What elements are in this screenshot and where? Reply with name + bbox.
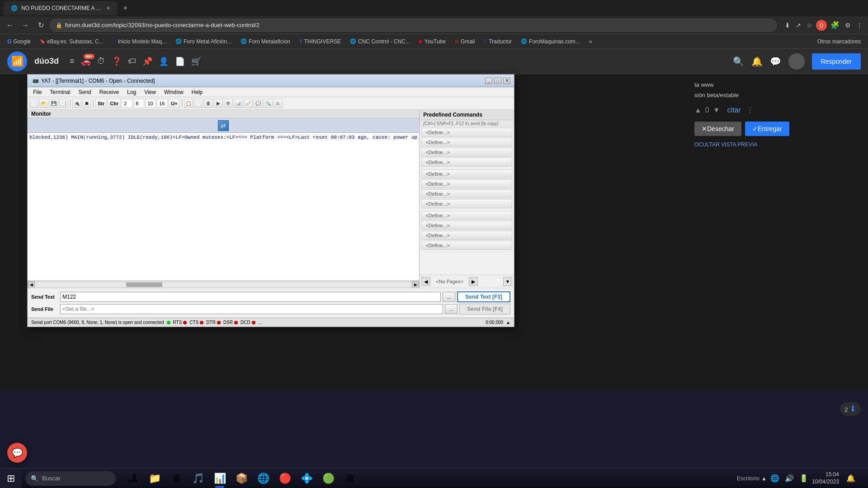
address-bar[interactable]: 🔒 forum.duet3d.com/topic/32093/no-puedo-… xyxy=(50,19,777,32)
status-more-btn[interactable]: ... xyxy=(258,320,262,325)
taskbar-app-green1[interactable]: 🟢 xyxy=(318,469,338,488)
bookmark-google[interactable]: G Google xyxy=(4,38,34,46)
cmd-btn-4[interactable]: <Define...> xyxy=(421,158,512,167)
cmd-btn-12[interactable]: <Define...> xyxy=(421,241,512,250)
tb-more2[interactable]: 📈 xyxy=(244,99,253,108)
bookmark-youtube[interactable]: ▶ YouTube xyxy=(415,38,449,46)
send-text-btn[interactable]: Send Text [F3] xyxy=(457,291,510,302)
forward-btn[interactable]: → xyxy=(19,19,32,32)
bookmark-ebay[interactable]: 🔖 eBay.es: Subastas, C... xyxy=(36,38,107,46)
user-icon[interactable]: 👤 xyxy=(159,56,169,66)
menu-send[interactable]: Send xyxy=(75,88,95,96)
taskbar-app-red2[interactable]: 🔴 xyxy=(275,469,295,488)
cmd-btn-9[interactable]: <Define...> xyxy=(421,211,512,220)
respond-button[interactable]: Responder xyxy=(812,53,861,70)
chevron-up-icon[interactable]: ▲ xyxy=(761,475,767,482)
close-btn[interactable]: ✕ xyxy=(503,78,510,84)
clock-icon[interactable]: ⏱ xyxy=(97,56,105,66)
profile-icon[interactable]: D xyxy=(816,20,827,31)
help-icon[interactable]: ❓ xyxy=(112,56,122,66)
tb-more1[interactable]: 📊 xyxy=(234,99,243,108)
tag-icon[interactable]: 🏷 xyxy=(128,56,136,66)
horizontal-scrollbar[interactable]: ◀ ▶ xyxy=(28,281,419,288)
reload-btn[interactable]: ↻ xyxy=(34,19,47,32)
scroll-right-btn[interactable]: ▶ xyxy=(412,281,419,288)
bookmark-foromaquinas[interactable]: 🌐 ForoMaquinas.com... xyxy=(517,38,584,46)
citar-link[interactable]: citar xyxy=(727,106,741,114)
notification-center-btn[interactable]: 🔔 xyxy=(841,469,861,488)
bookmark-icon[interactable]: ☆ xyxy=(805,20,814,31)
menu-file[interactable]: File xyxy=(29,88,45,96)
taskbar-app-files[interactable]: 🏞 xyxy=(123,469,143,488)
maximize-btn[interactable]: □ xyxy=(494,78,501,84)
tab-close-btn[interactable]: ✕ xyxy=(106,5,110,11)
tb-send[interactable]: ▶ xyxy=(214,99,223,108)
submit-button[interactable]: ✓Entregar xyxy=(745,122,789,136)
cmd-btn-3[interactable]: <Define...> xyxy=(421,148,512,157)
cmd-btn-11[interactable]: <Define...> xyxy=(421,231,512,240)
header-chat-icon[interactable]: 💬 xyxy=(770,56,781,67)
send-text-browse-btn[interactable]: ... xyxy=(443,292,455,302)
cart-icon[interactable]: 🛒 xyxy=(191,56,201,66)
cmd-btn-10[interactable]: <Define...> xyxy=(421,221,512,230)
cmd-btn-1[interactable]: <Define...> xyxy=(421,128,512,137)
menu-receive[interactable]: Receive xyxy=(96,88,123,96)
cmd-next-btn[interactable]: ▶ xyxy=(469,277,478,286)
tb-new[interactable]: 📄 xyxy=(29,99,38,108)
taskbar-app-folder[interactable]: 📁 xyxy=(145,469,165,488)
tb-clear[interactable]: 🗑 xyxy=(204,99,213,108)
cmd-prev-btn[interactable]: ◀ xyxy=(421,277,430,286)
cmd-btn-8[interactable]: <Define...> xyxy=(421,199,512,208)
download-icon[interactable]: ⬇ xyxy=(783,20,792,31)
taskbar-app-monitor[interactable]: 🖥 xyxy=(340,469,360,488)
scrollbar-thumb[interactable] xyxy=(126,282,162,287)
tb-save[interactable]: 💾 xyxy=(49,99,58,108)
bookmark-inicio[interactable]: H Inicio Modelo Maq... xyxy=(109,38,170,46)
menu-view[interactable]: View xyxy=(141,88,160,96)
taskbar-app-blue1[interactable]: 💠 xyxy=(297,469,316,488)
cmd-btn-5[interactable]: <Define...> xyxy=(421,169,512,178)
network-icon[interactable]: 🌐 xyxy=(769,472,781,484)
battery-icon[interactable]: 🔋 xyxy=(797,472,810,484)
tb-paste[interactable]: 📄 xyxy=(194,99,203,108)
scroll-down-icon[interactable]: ⬇ xyxy=(849,404,856,413)
new-tab-btn[interactable]: + xyxy=(119,4,132,13)
hide-preview-link[interactable]: OCULTAR VISTA PREVIA xyxy=(694,141,861,148)
start-button[interactable]: ⊞ xyxy=(0,469,22,488)
send-text-input[interactable] xyxy=(60,292,441,302)
volume-icon[interactable]: 🔊 xyxy=(783,472,796,484)
bookmark-traductor[interactable]: T Traductor xyxy=(480,38,515,46)
tb-stop[interactable]: ⏹ xyxy=(82,99,91,108)
tb-open[interactable]: 📂 xyxy=(39,99,48,108)
taskbar-app-chrome[interactable]: 🌐 xyxy=(253,469,273,488)
scroll-left-btn[interactable]: ◀ xyxy=(28,281,35,288)
tb-more4[interactable]: 🔍 xyxy=(264,99,273,108)
tb-more5[interactable]: ⚠ xyxy=(274,99,283,108)
vote-down-btn[interactable]: ▼ xyxy=(713,106,720,114)
document-icon[interactable]: 📄 xyxy=(175,56,185,66)
minimize-btn[interactable]: _ xyxy=(485,78,492,84)
menu-terminal[interactable]: Terminal xyxy=(46,88,74,96)
share-icon[interactable]: ↗ xyxy=(794,20,803,31)
bookmark-otros[interactable]: Otros marcadores xyxy=(814,38,864,46)
taskbar-search[interactable]: 🔍 Buscar xyxy=(25,471,116,486)
bookmark-metalaficion[interactable]: 🌐 Foro Metalaficion xyxy=(237,38,294,46)
bookmark-thingiverse[interactable]: T THINGIVERSE xyxy=(296,38,344,46)
send-file-btn[interactable]: Send File [F4] xyxy=(459,304,510,314)
menu-help[interactable]: Help xyxy=(188,88,207,96)
bookmark-gmail[interactable]: M Gmail xyxy=(451,38,479,46)
hamburger-icon[interactable]: ≡ xyxy=(70,56,75,66)
bookmark-cnc[interactable]: 🌐 CNC Control - CNC... xyxy=(346,38,414,46)
taskbar-app-spotify[interactable]: 🎵 xyxy=(188,469,208,488)
menu-window[interactable]: Window xyxy=(160,88,187,96)
send-file-input[interactable] xyxy=(60,304,443,314)
taskbar-app-settings[interactable]: 📊 xyxy=(210,469,230,488)
taskbar-app-red1[interactable]: 📦 xyxy=(231,469,251,488)
extensions-icon[interactable]: 🧩 xyxy=(829,19,841,31)
bookmark-foro-metal[interactable]: 🌐 Foro Metal Afición... xyxy=(172,38,235,46)
scrollbar-track[interactable] xyxy=(36,282,411,287)
cmd-btn-6[interactable]: <Define...> xyxy=(421,179,512,188)
header-avatar[interactable] xyxy=(788,53,805,70)
tb-copy[interactable]: 📋 xyxy=(184,99,193,108)
back-btn[interactable]: ← xyxy=(4,19,16,32)
